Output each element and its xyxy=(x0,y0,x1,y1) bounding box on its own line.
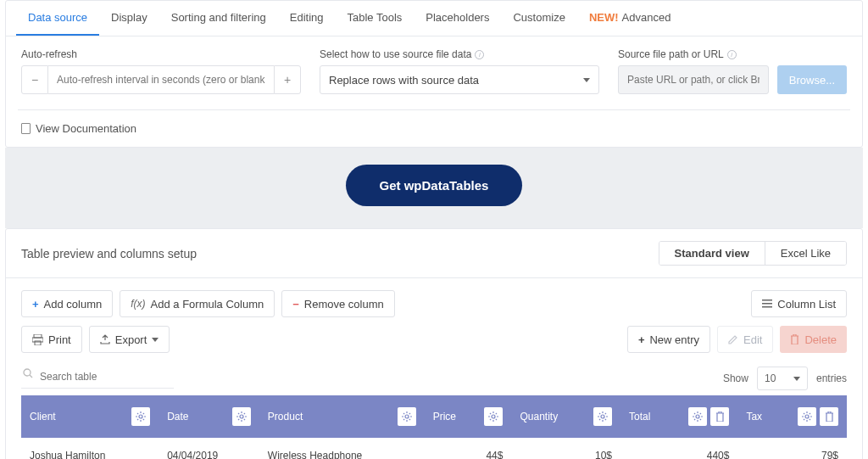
tabs-bar: Data source Display Sorting and filterin… xyxy=(6,1,862,36)
trash-icon[interactable] xyxy=(710,407,729,426)
get-wpdatatables-button[interactable]: Get wpDataTables xyxy=(346,165,523,206)
tab-placeholders[interactable]: Placeholders xyxy=(414,1,501,36)
increment-button[interactable]: + xyxy=(274,65,301,94)
tab-editing[interactable]: Editing xyxy=(278,1,336,36)
col-client[interactable]: Client xyxy=(21,395,159,438)
source-path-input[interactable] xyxy=(618,65,769,94)
data-table: Client Date Product Price Quantity Total… xyxy=(21,395,847,459)
gear-icon[interactable] xyxy=(232,407,251,426)
print-button[interactable]: Print xyxy=(21,326,82,353)
remove-column-button[interactable]: −Remove column xyxy=(281,290,395,317)
auto-refresh-input[interactable] xyxy=(48,65,274,94)
gear-icon[interactable] xyxy=(688,407,707,426)
source-path-label: Source file path or URL i xyxy=(618,48,847,60)
svg-rect-3 xyxy=(34,334,42,338)
chevron-down-icon xyxy=(152,338,159,342)
list-icon xyxy=(762,299,772,309)
entries-control: Show 10 entries xyxy=(723,367,847,390)
col-price[interactable]: Price xyxy=(425,395,512,438)
svg-point-6 xyxy=(24,369,31,376)
source-mode-label: Select how to use source file data i xyxy=(320,48,599,60)
column-list-button[interactable]: Column List xyxy=(751,290,847,317)
excel-view-button[interactable]: Excel Like xyxy=(765,242,846,265)
svg-point-8 xyxy=(139,415,142,418)
tab-advanced[interactable]: NEW!Advanced xyxy=(577,1,683,36)
source-mode-select[interactable]: Replace rows with source data xyxy=(320,65,599,94)
add-column-button[interactable]: +Add column xyxy=(21,290,113,317)
edit-button[interactable]: Edit xyxy=(717,326,773,353)
chevron-down-icon xyxy=(793,377,800,381)
svg-line-7 xyxy=(30,375,32,378)
svg-point-12 xyxy=(601,415,604,418)
tab-sorting[interactable]: Sorting and filtering xyxy=(159,1,278,36)
svg-point-10 xyxy=(405,415,409,418)
export-icon xyxy=(100,334,110,344)
export-button[interactable]: Export xyxy=(89,326,170,353)
gear-icon[interactable] xyxy=(593,407,612,426)
new-entry-button[interactable]: +New entry xyxy=(627,326,710,353)
search-icon xyxy=(23,368,33,378)
gear-icon[interactable] xyxy=(484,407,503,426)
gear-icon[interactable] xyxy=(398,407,416,426)
tab-data-source[interactable]: Data source xyxy=(16,1,99,36)
browse-button[interactable]: Browse... xyxy=(777,65,847,94)
add-formula-button[interactable]: f(x)Add a Formula Column xyxy=(120,290,275,317)
svg-point-9 xyxy=(240,415,243,418)
svg-point-11 xyxy=(492,415,495,418)
svg-point-13 xyxy=(696,415,699,418)
trash-icon xyxy=(790,334,799,344)
svg-rect-2 xyxy=(762,306,772,308)
chevron-down-icon xyxy=(583,78,590,82)
form-row: Auto-refresh − + Select how to use sourc… xyxy=(6,36,862,109)
standard-view-button[interactable]: Standard view xyxy=(659,242,765,265)
delete-button[interactable]: Delete xyxy=(780,326,847,353)
auto-refresh-label: Auto-refresh xyxy=(21,48,301,60)
tab-display[interactable]: Display xyxy=(99,1,159,36)
trash-icon[interactable] xyxy=(820,407,838,426)
gear-icon[interactable] xyxy=(798,407,816,426)
preview-panel: Table preview and columns setup Standard… xyxy=(5,228,863,459)
col-quantity[interactable]: Quantity xyxy=(511,395,620,438)
col-total[interactable]: Total xyxy=(620,395,737,438)
print-icon xyxy=(32,334,43,345)
col-tax[interactable]: Tax xyxy=(737,395,847,438)
tab-customize[interactable]: Customize xyxy=(501,1,576,36)
svg-point-14 xyxy=(805,415,809,418)
table-row[interactable]: Joshua Hamilton 04/04/2019 Wireless Head… xyxy=(21,438,847,459)
view-documentation-link[interactable]: View Documentation xyxy=(21,122,847,135)
entries-select[interactable]: 10 xyxy=(757,367,808,390)
pencil-icon xyxy=(728,334,738,344)
svg-rect-0 xyxy=(762,299,772,301)
search-input[interactable] xyxy=(21,365,174,389)
file-icon xyxy=(21,123,31,134)
svg-rect-1 xyxy=(762,303,772,305)
tab-table-tools[interactable]: Table Tools xyxy=(335,1,414,36)
col-product[interactable]: Product xyxy=(259,395,425,438)
info-icon: i xyxy=(727,50,737,59)
col-date[interactable]: Date xyxy=(159,395,259,438)
gear-icon[interactable] xyxy=(131,407,150,426)
view-toggle: Standard view Excel Like xyxy=(659,241,847,266)
decrement-button[interactable]: − xyxy=(21,65,48,94)
settings-panel: Data source Display Sorting and filterin… xyxy=(5,0,863,148)
cta-section: Get wpDataTables xyxy=(5,148,863,228)
preview-title: Table preview and columns setup xyxy=(21,247,197,260)
info-icon: i xyxy=(475,50,484,59)
